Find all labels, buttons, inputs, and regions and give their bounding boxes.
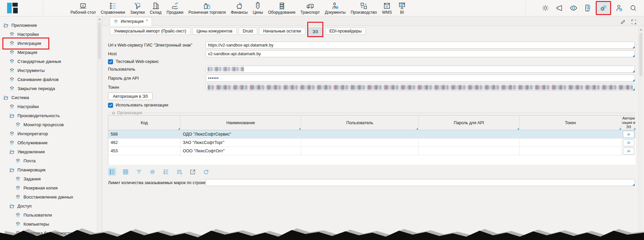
sidebar-item-skachivanie-faylov[interactable]: Скачивание файлов: [0, 75, 97, 84]
cell-user[interactable]: [301, 147, 419, 155]
row-authorize-button[interactable]: [623, 139, 634, 146]
sidebar-item-migratsiya[interactable]: Миграция: [0, 48, 97, 57]
cell-code[interactable]: 588: [108, 130, 180, 139]
url-input[interactable]: [206, 42, 635, 49]
use-organizations-checkbox[interactable]: [108, 103, 113, 108]
fullscreen-icon[interactable]: [631, 19, 637, 25]
module-transport[interactable]: Транспорт: [301, 2, 320, 15]
cell-password[interactable]: [419, 139, 520, 147]
numbered-list-button[interactable]: [162, 168, 170, 176]
subtab-ez[interactable]: ЭЗ: [308, 27, 322, 36]
cell-password[interactable]: [419, 147, 520, 155]
user-input[interactable]: [206, 66, 635, 73]
limit-input[interactable]: [206, 179, 635, 186]
row-authorize-button[interactable]: [623, 131, 634, 138]
sidebar-item-obsluzhivanie[interactable]: Обслуживание: [0, 138, 97, 147]
module-retail[interactable]: Розничная торговля: [189, 2, 226, 15]
scroll-up-arrow-icon[interactable]: [98, 18, 101, 20]
sidebar-item-instrumenty[interactable]: Инструменты: [0, 66, 97, 75]
cell-name[interactable]: ОДО "ЛюксСофтСервис": [180, 130, 301, 139]
module-prices[interactable]: Цены: [253, 2, 263, 15]
close-icon[interactable]: ×: [146, 18, 148, 23]
module-sales[interactable]: Продажи: [167, 2, 183, 15]
filter-button[interactable]: [135, 168, 143, 176]
subtab-edi-providery[interactable]: EDI-провайдеры: [325, 27, 366, 35]
grid-view-button[interactable]: [121, 168, 129, 176]
module-documents[interactable]: Документы: [325, 2, 346, 15]
subtab-universal-import[interactable]: Универсальный импорт (Прайс-лист): [110, 27, 191, 35]
module-wms[interactable]: WMS: [382, 2, 392, 15]
user-lock-button[interactable]: [613, 2, 625, 14]
cell-user[interactable]: [301, 139, 419, 147]
column-header-authorize[interactable]: Авторизация в ЭЗ: [622, 115, 636, 130]
table-settings-button[interactable]: [148, 168, 156, 176]
cell-token[interactable]: [520, 130, 622, 139]
sidebar-item-rezervnaya-kopiya[interactable]: Резервная копия: [0, 183, 97, 192]
refresh-button[interactable]: [202, 168, 210, 176]
sidebar-item-nastroyki-sistema[interactable]: Настройки: [0, 102, 97, 111]
tab-integratsiya[interactable]: Интеграция ×: [110, 17, 152, 26]
module-production[interactable]: Производство: [351, 2, 377, 15]
module-procurement[interactable]: Закупки: [130, 2, 145, 15]
theme-button[interactable]: [539, 2, 551, 14]
cell-token[interactable]: [520, 147, 622, 155]
sidebar-item-zadaniya[interactable]: Задания: [0, 174, 97, 183]
sidebar-item-interpretator[interactable]: Интерпретатор: [0, 129, 97, 138]
flag-button[interactable]: [553, 2, 566, 14]
edit-pencil-icon[interactable]: [620, 19, 626, 25]
host-input[interactable]: [206, 50, 635, 57]
scrollbar-thumb[interactable]: [639, 33, 642, 76]
module-equipment[interactable]: Оборудование: [268, 2, 296, 15]
cell-name[interactable]: ЗАО "ЛюксСофтТорг": [180, 139, 301, 147]
authorize-ez-button[interactable]: Авторизация в ЭЗ: [108, 92, 153, 100]
sidebar-item-zakrytie-perioda[interactable]: Закрытие периода: [0, 84, 97, 93]
scroll-up-arrow-icon[interactable]: [640, 29, 642, 30]
search-button[interactable]: [627, 2, 639, 14]
test-webservice-checkbox[interactable]: [108, 59, 113, 64]
column-header-code[interactable]: Код: [108, 115, 180, 130]
token-input[interactable]: [206, 84, 635, 91]
cell-user[interactable]: [301, 130, 419, 139]
module-desktop[interactable]: Рабочий стол: [70, 2, 96, 15]
sidebar-item-politika-bezopasnosti[interactable]: Политика безопасности: [0, 229, 97, 238]
sidebar-item-planirovschik[interactable]: Планировщик: [0, 165, 97, 174]
settings-gears-button[interactable]: [596, 1, 611, 15]
module-warehouse[interactable]: Склад: [150, 2, 162, 15]
sidebar-item-sistema[interactable]: Система: [0, 93, 97, 102]
collapse-icon[interactable]: ⊖: [112, 110, 115, 115]
cell-token[interactable]: [520, 139, 622, 147]
api-password-input[interactable]: [206, 75, 635, 82]
column-header-user[interactable]: Пользователь: [301, 115, 419, 130]
row-authorize-button[interactable]: [623, 148, 634, 155]
subtab-nachalnye-ostatki[interactable]: Начальные остатки: [259, 27, 306, 35]
sidebar-item-standartnye-dannye[interactable]: Стандартные данные: [0, 57, 97, 66]
module-finance[interactable]: Финансы: [231, 2, 248, 15]
add-row-button[interactable]: [175, 168, 183, 176]
sidebar-item-vosstanovlenie-dannykh[interactable]: Восстановление данных: [0, 192, 97, 202]
feedback-button[interactable]: [582, 2, 594, 14]
list-view-button[interactable]: [108, 168, 116, 176]
sidebar-item-nastroyki[interactable]: Настройки: [0, 30, 97, 39]
sidebar-item-polzovateli[interactable]: Пользователи: [0, 211, 97, 220]
sidebar-item-proizvoditelnost[interactable]: Производительность: [0, 111, 97, 120]
scrollbar-thumb[interactable]: [98, 22, 101, 59]
sidebar-item-prilozhenie[interactable]: Приложение: [0, 21, 97, 30]
subtab-tseny-konkurentov[interactable]: Цены конкурентов: [192, 27, 237, 35]
column-header-name[interactable]: Наименование: [180, 115, 301, 130]
column-header-token[interactable]: Токен: [520, 115, 622, 130]
cell-name[interactable]: ООО "ЛюксСофтОпт": [180, 147, 301, 155]
cell-code[interactable]: 453: [108, 147, 180, 155]
sidebar-scrollbar[interactable]: [97, 16, 102, 240]
subtab-druid[interactable]: Druid: [238, 27, 257, 35]
eye-button[interactable]: [568, 2, 580, 14]
module-directories[interactable]: Справочники: [101, 2, 125, 15]
module-bi[interactable]: BI: [397, 2, 407, 15]
sidebar-item-pochta[interactable]: Почта: [0, 156, 97, 165]
content-scrollbar[interactable]: [638, 27, 643, 240]
column-header-api-password[interactable]: Пароль для API: [419, 115, 520, 130]
cell-password[interactable]: [419, 130, 520, 139]
open-in-new-button[interactable]: [189, 168, 197, 176]
sidebar-item-partial[interactable]: [0, 238, 97, 240]
sidebar-item-kompyutery[interactable]: Компьютеры: [0, 220, 97, 229]
sidebar-item-uvedomleniya[interactable]: Уведомления: [0, 147, 97, 156]
